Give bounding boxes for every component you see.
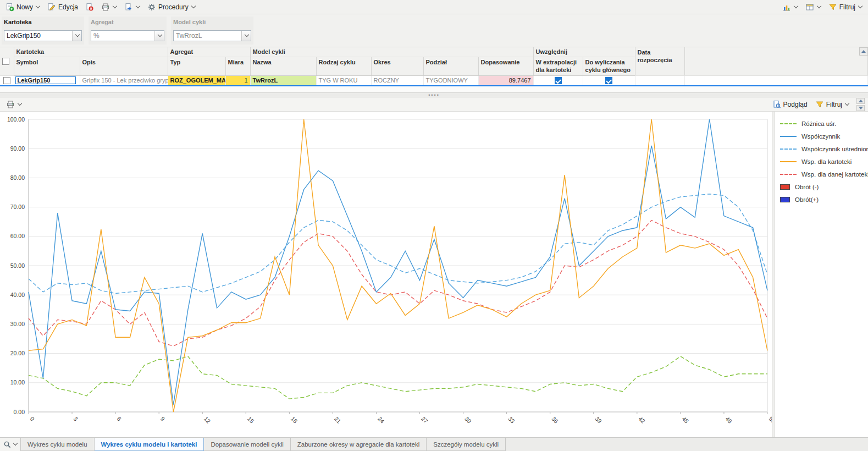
edycja-button[interactable]: Edycja (45, 2, 81, 13)
grid-group-header: Kartoteka (14, 47, 168, 57)
chart-filtruj-button[interactable]: Filtruj (812, 99, 852, 110)
legend-item: Obrót (-) (780, 180, 868, 193)
grid-column-header[interactable]: Miara (225, 57, 250, 75)
chevron-down-icon (157, 32, 162, 37)
chevron-down-icon (113, 3, 117, 8)
svg-text:15: 15 (246, 415, 256, 425)
grid-header-filler (684, 47, 867, 75)
cell-miara[interactable]: 1 (225, 75, 250, 86)
printer-icon (101, 3, 110, 12)
svg-text:18: 18 (290, 415, 299, 425)
symbol-editor[interactable]: LekGrip150 (15, 76, 76, 84)
agregat-combo-button[interactable] (154, 31, 164, 41)
legend-item: Wsp. dla kartoteki (780, 155, 868, 168)
tab-zaburzone-okresy-w-agregacie-dla-kartoteki[interactable]: Zaburzone okresy w agregacie dla kartote… (291, 438, 427, 451)
model-cykli-filter-group: Model cykli TwRrozL (171, 16, 253, 45)
legend-item: Obrót(+) (780, 193, 868, 206)
model-cykli-combo-button[interactable] (241, 31, 251, 41)
kartoteka-combo-button[interactable] (72, 31, 81, 41)
bottom-tabbar: Wykres cyklu modeluWykres cyklu modelu i… (0, 437, 868, 451)
filtruj-button[interactable]: Filtruj (826, 2, 865, 13)
legend-item: Współczynnik (780, 130, 868, 142)
procedury-button[interactable]: Procedury (145, 2, 198, 13)
grid-column-header[interactable]: Symbol (14, 57, 80, 75)
nowy-button[interactable]: Nowy (3, 2, 43, 13)
chart-plot-area[interactable]: 0.0010.0020.0030.0040.0050.0060.0070.008… (0, 112, 772, 437)
filter-funnel-icon (828, 3, 837, 12)
svg-text:12: 12 (203, 415, 212, 425)
horizontal-splitter[interactable]: •••• (0, 92, 868, 97)
zoom-tool-button[interactable] (0, 438, 21, 451)
chart-view-button[interactable] (779, 2, 801, 13)
cell-data-rozpoczecia[interactable] (635, 75, 684, 86)
tab-wykres-cyklu-modelu-i-kartoteki[interactable]: Wykres cyklu modelu i kartoteki (95, 438, 204, 451)
kartoteka-combo-value: LekGrip150 (4, 31, 72, 41)
cell-nazwa[interactable]: TwRrozL (250, 75, 316, 86)
cell-opis[interactable]: Gripfix 150 - Lek przeciwko grypie (80, 75, 168, 86)
svg-text:10.00: 10.00 (10, 379, 25, 386)
legend-line-swatch (780, 123, 797, 124)
grid-column-header[interactable]: Typ (168, 57, 225, 75)
svg-text:3: 3 (73, 415, 80, 422)
table-row[interactable]: LekGrip150Gripfix 150 - Lek przeciwko gr… (0, 75, 868, 86)
kartoteka-combo[interactable]: LekGrip150 (4, 30, 82, 41)
main-cycle-checkbox[interactable] (605, 77, 612, 84)
grid-column-header[interactable]: Opis (80, 57, 168, 75)
scroll-down-button[interactable] (856, 105, 865, 111)
tab-szczegóły-modelu-cykli[interactable]: Szczegóły modelu cykli (427, 438, 506, 451)
svg-text:30: 30 (463, 415, 473, 425)
print-button[interactable] (98, 2, 120, 13)
legend-item: Współczynnik uśredniony (780, 142, 868, 155)
agregat-combo[interactable]: % (91, 30, 164, 41)
grid-column-header[interactable]: Okres (371, 57, 423, 75)
chart-print-button[interactable] (3, 99, 25, 110)
svg-text:9: 9 (159, 415, 167, 422)
grid-column-header[interactable]: Rodzaj cyklu (316, 57, 371, 75)
scroll-down-icon (859, 107, 863, 109)
select-all-checkbox[interactable] (2, 58, 9, 65)
filter-funnel-icon (815, 100, 824, 109)
scroll-up-button[interactable] (856, 98, 865, 104)
svg-text:27: 27 (420, 415, 429, 425)
cell-main-cycle-checkbox (583, 75, 635, 86)
podglad-label: Podgląd (783, 101, 808, 108)
chart-body: 0.0010.0020.0030.0040.0050.0060.0070.008… (0, 112, 868, 437)
legend-label: Różnica uśr. (801, 120, 836, 127)
cell-podzial[interactable]: TYGODNIOWY (423, 75, 478, 86)
cell-symbol[interactable]: LekGrip150 (14, 75, 80, 86)
svg-text:0.00: 0.00 (14, 409, 25, 415)
grid-column-header[interactable]: Nazwa (250, 57, 316, 75)
tab-dopasowanie-modeli-cykli[interactable]: Dopasowanie modeli cykli (204, 438, 290, 451)
grid-scrollbar-up[interactable] (859, 47, 868, 56)
chart-scrollbar (856, 98, 865, 111)
window-layout-icon (805, 3, 814, 12)
agregat-filter-group: Agregat % (89, 16, 167, 45)
edit-pencil-icon (47, 3, 56, 12)
export-button[interactable] (121, 2, 143, 13)
grid-column-header[interactable]: W extrapolacji dla kartoteki (533, 57, 583, 75)
cell-okres[interactable]: ROCZNY (371, 75, 423, 86)
chevron-down-icon (244, 32, 248, 37)
svg-text:40.00: 40.00 (10, 292, 25, 298)
svg-text:100.00: 100.00 (7, 116, 25, 123)
chevron-down-icon (845, 101, 849, 105)
grid-column-header[interactable]: Dopasowanie (478, 57, 533, 75)
model-cykli-label: Model cykli (173, 19, 251, 25)
model-cykli-combo[interactable]: TwRrozL (173, 30, 251, 41)
cell-dopasowanie[interactable]: 89.7467 (478, 75, 533, 86)
extrapolation-checkbox[interactable] (555, 77, 562, 84)
svg-text:36: 36 (550, 415, 560, 425)
layout-view-button[interactable] (803, 2, 824, 13)
tab-wykres-cyklu-modelu[interactable]: Wykres cyklu modelu (21, 438, 95, 451)
grid-column-header[interactable]: Podział (423, 57, 478, 75)
legend-box-swatch (780, 184, 790, 190)
cell-typ[interactable]: ROZ_OGOLEM_MA (168, 75, 225, 86)
cell-rodzaj-cyklu[interactable]: TYG W ROKU (316, 75, 371, 86)
delete-button[interactable] (82, 2, 97, 13)
row-select-checkbox[interactable] (3, 77, 10, 84)
grid-column-header[interactable]: Do wyliczania cyklu głównego (583, 57, 635, 75)
podglad-button[interactable]: Podgląd (770, 99, 810, 110)
legend-label: Wsp. dla kartoteki (801, 158, 852, 165)
legend-item: Wsp. dla danej kartoteki uśr. (780, 168, 868, 180)
legend-line-swatch (780, 136, 797, 137)
